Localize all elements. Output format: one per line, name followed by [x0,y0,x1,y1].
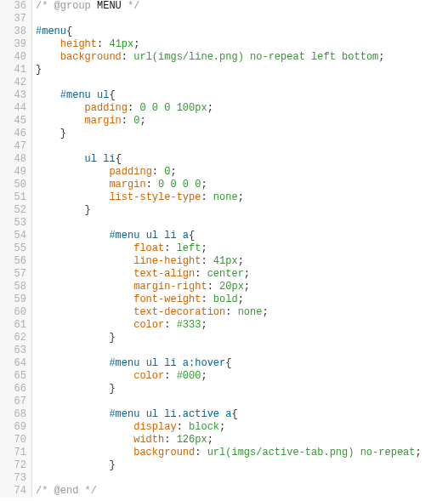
code-token: : [122,51,133,63]
code-line[interactable]: } [36,128,448,140]
code-token: center [207,268,244,280]
code-line[interactable] [36,396,448,408]
code-token: { [109,89,115,101]
code-token: #menu ul li.active a [109,408,231,420]
code-line[interactable]: padding: 0 0 0 100px; [36,102,448,115]
code-line[interactable]: } [36,383,448,396]
code-line[interactable] [36,472,448,485]
code-line[interactable]: color: #333; [36,319,448,332]
line-number: 71 [0,447,26,459]
code-line[interactable]: } [36,459,448,472]
code-token: padding [109,166,151,178]
code-line[interactable] [36,13,448,26]
code-line[interactable]: text-align: center; [36,268,448,281]
code-line[interactable]: display: block; [36,421,448,434]
code-line[interactable]: list-style-type: none; [36,191,448,204]
line-number: 69 [0,421,26,434]
line-number: 50 [0,179,26,191]
code-line[interactable]: margin: 0; [36,115,448,128]
code-token: { [231,408,237,420]
code-line[interactable]: width: 126px; [36,434,448,447]
code-token: } [109,332,115,344]
code-token: /* @group [36,0,97,12]
line-number: 70 [0,434,26,447]
code-line[interactable]: #menu ul li.active a{ [36,408,448,421]
line-number: 36 [0,0,26,13]
line-number: 62 [0,332,26,344]
code-token: { [116,153,122,165]
code-line[interactable]: margin-right: 20px; [36,281,448,293]
line-number: 52 [0,204,26,217]
code-token: list-style-type [109,191,201,203]
code-line[interactable]: } [36,204,448,217]
code-token: #333 [177,319,201,331]
code-token: 20px [219,281,244,293]
code-token: ; [244,281,250,293]
code-line[interactable]: margin: 0 0 0 0; [36,179,448,191]
code-token: 0 0 0 0 [158,179,201,191]
code-token: #menu ul li a:hover [109,357,225,369]
code-token: ; [238,293,244,305]
code-line[interactable]: background: url(imgs/line.png) no-repeat… [36,51,448,64]
code-token: : [201,293,213,305]
code-token: : [201,191,213,203]
code-token: ; [262,306,268,318]
code-line[interactable] [36,344,448,357]
code-line[interactable]: #menu ul li a{ [36,230,448,242]
code-area[interactable]: /* @group MENU */ #menu{ height: 41px; b… [32,0,448,498]
code-line[interactable] [36,77,448,89]
code-line[interactable]: ul li{ [36,153,448,166]
code-line[interactable]: #menu ul li a:hover{ [36,357,448,370]
code-token: ; [201,179,207,191]
line-number: 60 [0,306,26,319]
code-token: line-height [133,255,201,267]
code-token: url(imgs/active-tab.png) no-repeat [207,447,416,458]
code-line[interactable] [36,217,448,230]
code-token: 41px [213,255,238,267]
code-token: } [109,459,115,471]
code-line[interactable] [36,140,448,153]
code-token: ; [415,447,421,458]
code-token: #menu ul [60,89,110,101]
line-number: 44 [0,102,26,115]
code-token: : [195,447,207,458]
code-token: : [207,281,219,293]
code-line[interactable]: } [36,332,448,344]
code-line[interactable]: text-decoration: none; [36,306,448,319]
code-line[interactable]: } [36,64,448,77]
line-number: 63 [0,344,26,357]
code-editor[interactable]: 3637383940414243444546474849505152535455… [0,0,448,498]
code-token: ; [238,255,244,267]
line-number: 54 [0,230,26,242]
line-number: 55 [0,242,26,255]
code-token: ; [207,434,213,446]
code-token: ; [244,268,250,280]
code-token: margin [109,179,145,191]
code-token: 126px [177,434,207,446]
code-line[interactable]: color: #000; [36,370,448,383]
code-line[interactable]: #menu{ [36,26,448,38]
code-token: ; [201,370,207,382]
code-line[interactable]: height: 41px; [36,38,448,51]
code-line[interactable]: float: left; [36,242,448,255]
line-number: 46 [0,128,26,140]
code-line[interactable]: font-weight: bold; [36,293,448,306]
code-token: : [225,306,237,318]
code-token: : [122,115,133,127]
code-line[interactable]: padding: 0; [36,166,448,179]
code-line[interactable]: /* @end */ [36,485,448,498]
line-number: 56 [0,255,26,268]
line-number-gutter: 3637383940414243444546474849505152535455… [0,0,32,498]
code-line[interactable]: #menu ul{ [36,89,448,102]
line-number: 45 [0,115,26,128]
code-token: : [97,38,109,50]
code-token: display [133,421,176,433]
code-token: : [164,242,176,254]
code-line[interactable]: /* @group MENU */ [36,0,448,13]
code-token: ; [201,319,207,331]
line-number: 49 [0,166,26,179]
code-line[interactable]: background: url(imgs/active-tab.png) no-… [36,447,448,459]
code-token: text-decoration [133,306,225,318]
code-line[interactable]: line-height: 41px; [36,255,448,268]
code-token: #menu ul li a [109,230,189,242]
